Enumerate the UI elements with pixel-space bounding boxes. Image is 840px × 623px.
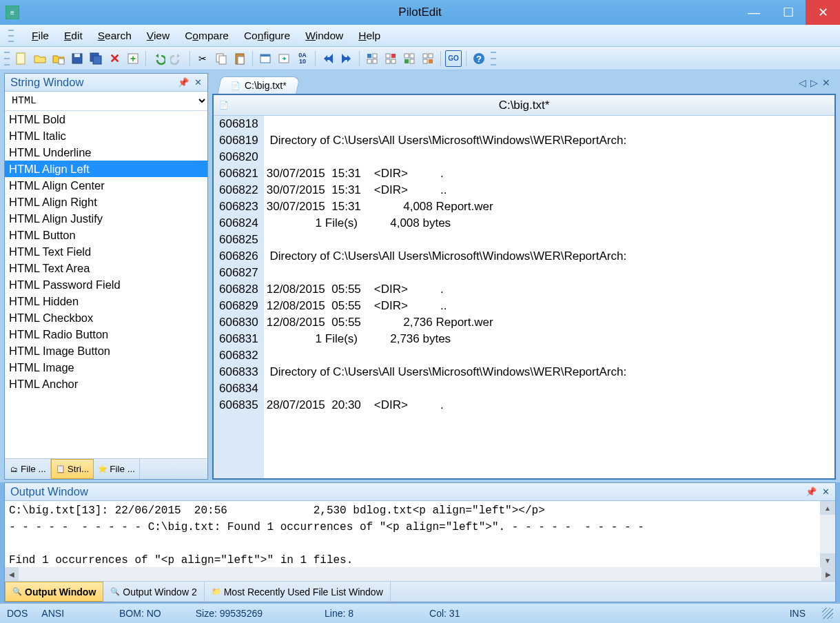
code-area[interactable]: 606818 606819 606820 606821 606822 60682… <box>214 116 834 478</box>
scroll-right-icon[interactable]: ▶ <box>821 567 835 581</box>
close-panel-icon[interactable]: ✕ <box>194 77 202 88</box>
code-body[interactable]: Directory of C:\Users\All Users\Microsof… <box>264 116 834 478</box>
svg-text:+: + <box>130 53 136 64</box>
svg-rect-23 <box>404 54 409 58</box>
toolbar-grip-icon <box>4 52 10 65</box>
string-list-item[interactable]: HTML Align Left <box>5 161 207 177</box>
delete-icon[interactable]: ✕ <box>106 50 123 67</box>
editor-tab-label: C:\big.txt* <box>245 80 287 91</box>
output-tab-2[interactable]: 🔍Output Window 2 <box>103 582 204 602</box>
bookmark4-icon[interactable] <box>420 50 436 67</box>
svg-rect-5 <box>93 56 101 64</box>
menu-compare[interactable]: Compare <box>185 30 229 42</box>
close-button[interactable]: ✕ <box>806 0 840 25</box>
editor-tab[interactable]: 📄 C:\big.txt* <box>217 76 300 94</box>
bookmark3-icon[interactable] <box>401 50 418 67</box>
svg-rect-3 <box>74 54 80 57</box>
add-green-icon[interactable]: + <box>125 50 141 67</box>
save-icon[interactable] <box>69 50 85 67</box>
doc-icon: 📄 <box>219 101 229 110</box>
string-list-item[interactable]: HTML Align Center <box>5 177 207 194</box>
menu-file[interactable]: File <box>32 30 49 42</box>
bookmark2-icon[interactable] <box>382 50 399 67</box>
go-icon[interactable] <box>276 50 292 67</box>
string-list-item[interactable]: HTML Image <box>5 359 207 376</box>
string-list[interactable]: HTML BoldHTML ItalicHTML UnderlineHTML A… <box>5 111 207 458</box>
copy-icon[interactable] <box>213 50 229 67</box>
string-list-item[interactable]: HTML Checkbox <box>5 309 207 326</box>
string-list-item[interactable]: HTML Password Field <box>5 276 207 293</box>
status-encoding2: ANSI <box>41 608 64 619</box>
go-bracket-icon[interactable]: GO <box>445 50 462 67</box>
scroll-left-icon[interactable]: ◀ <box>5 567 19 581</box>
string-list-item[interactable]: HTML Align Right <box>5 194 207 210</box>
string-list-item[interactable]: HTML Text Field <box>5 243 207 260</box>
toolbar-overflow-icon[interactable] <box>491 52 496 65</box>
tab-next-icon[interactable]: ▷ <box>810 77 818 88</box>
string-list-item[interactable]: HTML Align Justify <box>5 210 207 227</box>
undo-icon[interactable] <box>150 50 167 67</box>
app-icon: ≡ <box>6 6 19 19</box>
toolbar: ✕ + ✂ 0A10 GO ? <box>0 47 840 70</box>
open-file-icon[interactable] <box>32 50 48 67</box>
string-list-item[interactable]: HTML Button <box>5 227 207 243</box>
redo-icon[interactable] <box>169 50 185 67</box>
tab-close-icon[interactable]: ✕ <box>822 77 830 88</box>
output-title: Output Window <box>10 485 88 498</box>
back-blue-icon[interactable] <box>338 50 355 67</box>
string-category-dropdown[interactable]: HTML <box>5 92 207 110</box>
editor-title-bar: 📄 C:\big.txt* <box>214 95 834 116</box>
status-mode: INS <box>790 608 806 619</box>
tab-prev-icon[interactable]: ◁ <box>799 77 806 88</box>
code-icon[interactable]: 0A10 <box>294 50 311 67</box>
string-list-item[interactable]: HTML Image Button <box>5 343 207 359</box>
output-tab-1[interactable]: 🔍Output Window <box>5 582 103 602</box>
string-list-item[interactable]: HTML Bold <box>5 111 207 127</box>
menu-search[interactable]: Search <box>98 30 132 42</box>
svg-rect-21 <box>386 59 390 63</box>
menu-edit[interactable]: Edit <box>64 30 83 42</box>
forward-blue-icon[interactable] <box>320 50 336 67</box>
string-list-item[interactable]: HTML Text Area <box>5 260 207 276</box>
menu-configure[interactable]: Configure <box>244 30 290 42</box>
menu-view[interactable]: View <box>147 30 170 42</box>
minimize-button[interactable]: — <box>737 0 771 25</box>
status-line: Line: 8 <box>325 608 354 619</box>
paste-icon[interactable] <box>232 50 248 67</box>
maximize-button[interactable]: ☐ <box>771 0 806 25</box>
resize-grip-icon[interactable] <box>822 608 833 619</box>
output-body[interactable]: C:\big.txt[13]: 22/06/2015 20:56 2,530 b… <box>5 501 820 567</box>
sidebar-tab-string[interactable]: 📋Stri... <box>51 459 94 479</box>
window-icon[interactable] <box>257 50 274 67</box>
menu-help[interactable]: Help <box>358 30 380 42</box>
new-file-icon[interactable] <box>13 50 30 67</box>
help-icon[interactable]: ? <box>471 50 487 67</box>
scroll-down-icon[interactable]: ▼ <box>820 553 835 567</box>
string-list-item[interactable]: HTML Radio Button <box>5 326 207 343</box>
statusbar: DOS ANSI BOM: NO Size: 99535269 Line: 8 … <box>0 602 840 623</box>
pin-icon[interactable]: 📌 <box>178 77 189 88</box>
string-list-item[interactable]: HTML Hidden <box>5 293 207 309</box>
status-bom: BOM: NO <box>119 608 161 619</box>
window-title: PilotEdit <box>398 6 441 19</box>
sidebar-tab-file1[interactable]: 🗂File ... <box>5 459 51 479</box>
status-col: Col: 31 <box>429 608 460 619</box>
string-list-item[interactable]: HTML Anchor <box>5 376 207 392</box>
output-close-icon[interactable]: ✕ <box>822 487 830 497</box>
string-list-item[interactable]: HTML Italic <box>5 127 207 144</box>
line-gutter: 606818 606819 606820 606821 606822 60682… <box>214 116 264 478</box>
output-tab-mru[interactable]: 📁Most Recently Used File List Window <box>205 582 391 602</box>
output-pin-icon[interactable]: 📌 <box>806 487 817 497</box>
output-horizontal-scrollbar[interactable]: ◀ ▶ <box>5 567 835 581</box>
menu-window[interactable]: Window <box>305 30 343 42</box>
string-list-item[interactable]: HTML Underline <box>5 144 207 161</box>
scroll-up-icon[interactable]: ▲ <box>820 501 835 515</box>
star-icon: ⭐ <box>98 464 107 474</box>
output-vertical-scrollbar[interactable]: ▲ ▼ <box>820 501 835 567</box>
bookmark1-icon[interactable] <box>364 50 380 67</box>
open-folder-icon[interactable] <box>50 50 67 67</box>
sidebar-tab-file2[interactable]: ⭐File ... <box>94 459 140 479</box>
svg-rect-19 <box>386 54 390 58</box>
cut-icon[interactable]: ✂ <box>194 50 211 67</box>
save-all-icon[interactable] <box>88 50 104 67</box>
